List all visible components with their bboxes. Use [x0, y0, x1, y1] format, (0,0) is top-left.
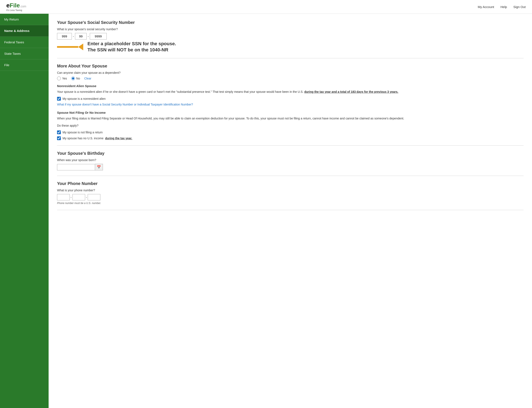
arrow-head — [78, 43, 83, 50]
no-income-checkbox-label[interactable]: My spouse has no U.S. income during the … — [57, 136, 524, 140]
radio-no-text: No — [76, 77, 80, 80]
not-filing-checkbox-label[interactable]: My spouse is not filing a return — [57, 130, 524, 134]
nonresident-text-part1: Your spouse is a nonresident alien if he… — [57, 90, 303, 94]
help-link[interactable]: Help — [500, 5, 507, 9]
nonresident-checkbox[interactable] — [57, 97, 61, 101]
not-filing-checkbox[interactable] — [57, 130, 61, 134]
not-filing-subsection: Spouse Not Filing Or No Income When your… — [57, 111, 524, 140]
phone-input-row: - - — [57, 194, 524, 200]
ssn-field-2[interactable] — [75, 33, 87, 40]
sidebar: My Return Name & Address Federal Taxes S… — [0, 14, 49, 408]
divider-3 — [57, 176, 524, 176]
phone-dash-1: - — [70, 196, 73, 199]
nonresident-text-bold: during the tax year and a total of 183 d… — [304, 90, 398, 94]
divider-2 — [57, 145, 524, 146]
radio-yes-label[interactable]: Yes — [57, 76, 67, 80]
nonresident-text: Your spouse is a nonresident alien if he… — [57, 89, 524, 94]
birthday-label: When was your spouse born? — [57, 158, 524, 162]
arrow-shaft — [57, 46, 78, 48]
header: eFile.com It's Less Taxing My Account He… — [0, 0, 532, 14]
my-account-link[interactable]: My Account — [478, 5, 494, 9]
not-filing-text: When your filing status is Married Filin… — [57, 116, 524, 121]
phone-title: Your Phone Number — [57, 181, 524, 186]
annotation-row: Enter a placeholder SSN for the spouse.T… — [57, 41, 524, 53]
ssn-field-3[interactable] — [90, 33, 107, 40]
logo-file: File — [10, 2, 20, 9]
phone-note: Phone number must be a U.S. number. — [57, 202, 524, 205]
logo-tagline: It's Less Taxing — [6, 9, 26, 11]
nonresident-link[interactable]: What if my spouse doesn't have a Social … — [57, 103, 193, 106]
not-filing-checkbox-text: My spouse is not filing a return — [63, 131, 103, 134]
phone-label: What is your phone number? — [57, 188, 524, 192]
ssn-dash-1: - — [72, 34, 75, 38]
phone-field-2[interactable] — [73, 194, 85, 200]
phone-field-1[interactable] — [57, 194, 70, 200]
dependent-radio-group: Yes No Clear — [57, 76, 524, 80]
radio-yes-text: Yes — [62, 77, 67, 80]
more-spouse-title: More About Your Spouse — [57, 64, 524, 68]
logo-com: .com — [20, 5, 26, 8]
main-content: Your Spouse's Social Security Number Wha… — [49, 14, 532, 408]
layout: My Return Name & Address Federal Taxes S… — [0, 14, 532, 408]
divider-4 — [57, 210, 524, 210]
ssn-section: Your Spouse's Social Security Number Wha… — [57, 20, 524, 53]
no-income-text: My spouse has no U.S. income — [63, 136, 104, 140]
calendar-button[interactable]: 📅 — [95, 164, 103, 170]
birthday-input[interactable] — [57, 164, 95, 170]
sidebar-item-my-return[interactable]: My Return — [0, 14, 49, 25]
radio-yes[interactable] — [57, 76, 61, 80]
not-filing-question: Do these apply? — [57, 123, 524, 128]
sidebar-item-federal-taxes[interactable]: Federal Taxes — [0, 37, 49, 48]
clear-link[interactable]: Clear — [84, 77, 91, 80]
birthday-title: Your Spouse's Birthday — [57, 151, 524, 156]
logo-text: eFile.com — [6, 2, 26, 9]
phone-field-3[interactable] — [88, 194, 100, 200]
nonresident-checkbox-label[interactable]: My spouse is a nonresident alien — [57, 97, 524, 101]
logo: eFile.com It's Less Taxing — [6, 2, 26, 11]
sidebar-item-name-address[interactable]: Name & Address — [0, 25, 49, 37]
divider-1 — [57, 58, 524, 58]
nonresident-checkbox-text: My spouse is a nonresident alien — [63, 97, 106, 100]
ssn-title: Your Spouse's Social Security Number — [57, 20, 524, 25]
ssn-label: What is your spouse's social security nu… — [57, 27, 524, 31]
sidebar-item-state-taxes[interactable]: State Taxes — [0, 48, 49, 60]
nonresident-subsection: Nonresident Alien Spouse Your spouse is … — [57, 84, 524, 106]
ssn-input-row: - - — [57, 33, 524, 40]
sidebar-item-file[interactable]: File — [0, 60, 49, 71]
header-nav: My Account Help Sign Out — [478, 5, 526, 9]
no-income-checkbox[interactable] — [57, 136, 61, 140]
date-row: 📅 — [57, 164, 524, 170]
annotation-text: Enter a placeholder SSN for the spouse.T… — [87, 41, 176, 53]
more-about-spouse-section: More About Your Spouse Can anyone claim … — [57, 64, 524, 140]
ssn-field-1[interactable] — [57, 33, 72, 40]
no-income-bold: during the tax year. — [105, 136, 132, 140]
dependent-label: Can anyone claim your spouse as a depend… — [57, 71, 524, 74]
logo-e: e — [6, 2, 10, 9]
birthday-section: Your Spouse's Birthday When was your spo… — [57, 151, 524, 170]
no-income-checkbox-text: My spouse has no U.S. income during the … — [63, 136, 132, 140]
nonresident-title: Nonresident Alien Spouse — [57, 84, 524, 88]
phone-section: Your Phone Number What is your phone num… — [57, 181, 524, 205]
sign-out-link[interactable]: Sign Out — [513, 5, 526, 9]
radio-no-label[interactable]: No — [71, 76, 80, 80]
radio-no[interactable] — [71, 76, 75, 80]
not-filing-title: Spouse Not Filing Or No Income — [57, 111, 524, 114]
arrow-annotation — [57, 43, 83, 50]
ssn-dash-2: - — [87, 34, 90, 38]
phone-dash-2: - — [85, 196, 88, 199]
